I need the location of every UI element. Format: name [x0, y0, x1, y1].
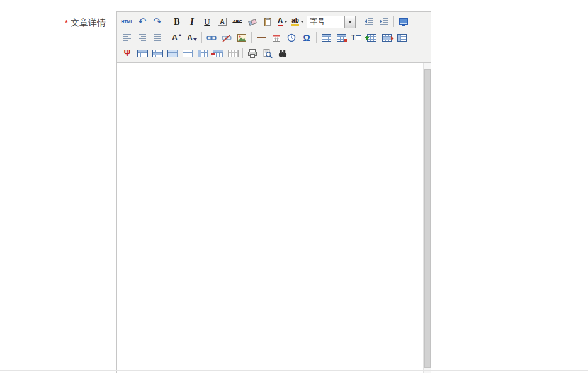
toolbar-row-3: Ψ	[120, 45, 428, 61]
delete-row-button[interactable]	[379, 31, 394, 45]
underline-icon: U	[204, 17, 210, 27]
arrow-down-icon	[193, 38, 197, 41]
preview-button[interactable]	[260, 47, 275, 60]
field-label-text: 文章详情	[71, 18, 106, 28]
increase-font-button[interactable]: A	[169, 31, 184, 45]
insert-row-button[interactable]	[364, 31, 379, 45]
link-button[interactable]	[204, 31, 219, 45]
source-code-button[interactable]: HTML	[120, 15, 135, 29]
delete-table-icon: Ψ	[124, 48, 131, 58]
split-cols-icon	[198, 50, 208, 57]
editor-toolbar: HTML ↶ ↷ B I U A ABC A ab	[117, 12, 431, 63]
fullscreen-button[interactable]	[396, 15, 411, 29]
font-size-select[interactable]: 字号	[307, 16, 356, 28]
field-label: *文章详情	[0, 18, 106, 29]
row-below-icon	[152, 50, 163, 57]
horizontal-rule-button[interactable]	[254, 31, 269, 45]
char-border-button[interactable]: A	[215, 15, 230, 29]
toolbar-separator	[167, 32, 167, 43]
highlight-color-button[interactable]: ab	[290, 15, 305, 29]
binoculars-icon	[278, 48, 288, 58]
insert-date-button[interactable]	[269, 31, 284, 45]
remove-format-button[interactable]	[245, 15, 260, 29]
cell-props-button[interactable]: T	[349, 31, 364, 45]
outdent-button[interactable]	[361, 15, 376, 29]
omega-icon: Ω	[303, 33, 310, 43]
toolbar-separator	[393, 16, 394, 27]
print-button[interactable]	[245, 47, 260, 60]
chevron-down-icon	[284, 21, 288, 23]
editor-content-area[interactable]	[117, 63, 431, 373]
font-size-dropdown-button[interactable]	[344, 16, 355, 28]
undo-icon: ↶	[138, 18, 146, 26]
italic-button[interactable]: I	[184, 15, 200, 29]
insert-row-below-button[interactable]	[150, 47, 165, 60]
arrow-right-mark	[391, 36, 394, 40]
insert-table-button[interactable]	[319, 31, 334, 45]
merge-cells-icon	[167, 50, 178, 57]
toolbar-separator	[242, 48, 243, 58]
align-right-icon	[138, 33, 147, 42]
calendar-icon	[271, 33, 281, 43]
cell-props-letter: T	[351, 34, 355, 41]
align-justify-icon	[153, 33, 162, 42]
find-replace-button[interactable]	[275, 47, 290, 60]
eraser-icon	[247, 17, 257, 27]
monitor-icon	[399, 17, 409, 27]
strikethrough-button[interactable]: ABC	[230, 15, 245, 29]
insert-column-icon	[397, 34, 407, 42]
table-disabled-button	[225, 47, 240, 60]
image-icon	[237, 33, 247, 43]
font-size-value: 字号	[307, 16, 344, 27]
merge-cells-button[interactable]	[165, 47, 180, 60]
delete-table-button[interactable]: Ψ	[120, 47, 135, 60]
insert-row-icon	[367, 34, 376, 42]
split-cell-rows-button[interactable]	[180, 47, 195, 60]
table-props-button[interactable]	[334, 31, 349, 45]
font-color-button[interactable]: A	[275, 15, 290, 29]
align-right-button[interactable]	[135, 31, 150, 45]
magnifier-icon	[263, 48, 273, 58]
format-paint-button[interactable]	[260, 15, 275, 29]
align-justify-button[interactable]	[150, 31, 165, 45]
undo-button[interactable]: ↶	[135, 15, 150, 29]
scrollbar-thumb[interactable]	[424, 69, 431, 368]
redo-button[interactable]: ↷	[150, 15, 165, 29]
underline-button[interactable]: U	[200, 15, 215, 29]
bold-button[interactable]: B	[169, 15, 184, 29]
minus-mark	[211, 53, 215, 55]
unlink-button[interactable]	[219, 31, 234, 45]
split-rows-icon	[183, 50, 193, 57]
editor-scrollbar[interactable]	[423, 63, 431, 373]
table-icon	[322, 34, 331, 42]
delete-column-icon	[213, 50, 223, 57]
toolbar-row-2: A A	[120, 30, 428, 45]
delete-column-button[interactable]	[210, 47, 225, 60]
chevron-down-icon	[348, 21, 352, 23]
special-char-button[interactable]: Ω	[299, 31, 314, 45]
horizontal-rule-icon	[257, 37, 266, 38]
bold-icon: B	[174, 17, 179, 27]
toolbar-separator	[359, 16, 359, 27]
toolbar-separator	[251, 32, 252, 43]
insert-column-button[interactable]	[394, 31, 409, 45]
insert-row-above-button[interactable]	[135, 47, 150, 60]
align-left-icon	[123, 33, 132, 42]
required-marker: *	[65, 18, 68, 28]
plus-mark	[365, 37, 369, 38]
unlink-icon	[222, 33, 232, 43]
rich-text-editor: HTML ↶ ↷ B I U A ABC A ab	[116, 11, 431, 373]
image-button[interactable]	[234, 31, 249, 45]
insert-time-button[interactable]	[284, 31, 299, 45]
bottom-divider	[0, 370, 588, 371]
italic-icon: I	[190, 17, 193, 27]
clock-icon	[286, 33, 297, 43]
decrease-font-icon: A	[187, 33, 193, 42]
indent-button[interactable]	[376, 15, 392, 29]
decrease-font-button[interactable]: A	[184, 31, 200, 45]
align-left-button[interactable]	[120, 31, 135, 45]
indent-icon	[379, 17, 389, 26]
outdent-icon	[364, 17, 374, 26]
split-cell-cols-button[interactable]	[195, 47, 210, 60]
toolbar-separator	[316, 32, 317, 43]
